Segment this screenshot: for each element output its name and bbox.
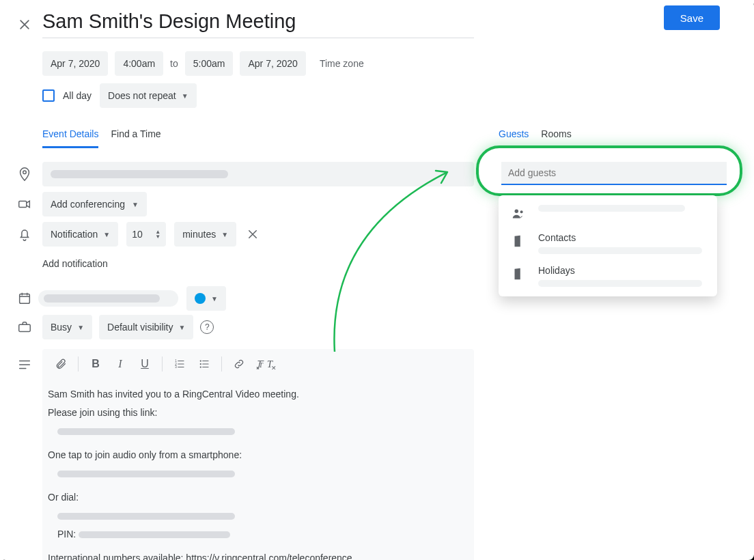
chevron-down-icon: ▼ [77, 324, 84, 331]
close-icon [18, 18, 31, 31]
attach-button[interactable] [49, 353, 72, 375]
svg-rect-3 [19, 324, 31, 331]
link-button[interactable] [227, 353, 251, 375]
svg-text:3: 3 [175, 365, 177, 369]
svg-rect-13 [518, 240, 519, 242]
notification-type-label: Notification [51, 229, 98, 240]
chevron-down-icon: ▼ [179, 324, 186, 331]
busy-label: Busy [51, 322, 72, 333]
availability-row: Busy ▼ Default visibility ▼ ? [42, 315, 214, 339]
event-color-picker[interactable]: ▼ [186, 286, 226, 311]
remove-notification-button[interactable] [245, 226, 261, 242]
close-button[interactable] [16, 16, 33, 33]
allday-row: All day Does not repeat ▼ [42, 83, 197, 108]
notification-unit-dropdown[interactable]: minutes ▼ [174, 222, 236, 247]
event-title-input[interactable] [42, 5, 474, 38]
editor-toolbar: B I U 123 TT✕ [42, 349, 474, 379]
svg-point-7 [200, 360, 201, 361]
calendar-icon [16, 290, 33, 307]
add-guests-input[interactable] [501, 162, 727, 185]
busy-dropdown[interactable]: Busy ▼ [42, 315, 92, 339]
suggestion-placeholder [538, 247, 702, 254]
details-tabs: Event Details Find a Time [42, 128, 161, 148]
desc-line: International numbers available: https:/… [48, 551, 463, 560]
svg-text:T: T [259, 361, 264, 369]
suggestion-item-contacts[interactable]: Contacts [499, 227, 717, 260]
suggestion-placeholder [538, 205, 685, 212]
save-button[interactable]: Save [664, 5, 720, 30]
to-label: to [170, 58, 178, 69]
desc-line: Please join using this link: [48, 406, 463, 420]
location-input[interactable] [42, 162, 474, 186]
repeat-dropdown[interactable]: Does not repeat ▼ [100, 83, 197, 108]
desc-line: One tap to join audio only from a smartp… [48, 448, 463, 462]
calendar-row: ▼ [38, 286, 226, 311]
location-icon [16, 166, 33, 182]
guest-suggestions-dropdown: Contacts Holidays [499, 195, 717, 296]
numbered-list-icon: 123 [173, 358, 186, 370]
people-icon [511, 206, 526, 221]
italic-icon: I [118, 358, 122, 370]
end-time-chip[interactable]: 5:00am [185, 51, 234, 76]
suggestion-item[interactable] [499, 199, 717, 227]
pin-label: PIN: [57, 529, 76, 540]
room-icon [511, 266, 526, 281]
desc-line: Sam Smith has invited you to a RingCentr… [48, 387, 463, 402]
description-icon [16, 356, 33, 373]
chevron-down-icon: ▼ [221, 231, 228, 238]
bulleted-list-button[interactable] [193, 353, 216, 375]
start-time-chip[interactable]: 4:00am [115, 51, 163, 76]
underline-icon: U [141, 358, 149, 370]
visibility-dropdown[interactable]: Default visibility ▼ [99, 315, 193, 339]
calendar-select[interactable] [38, 290, 178, 307]
italic-button[interactable]: I [109, 353, 132, 375]
chevron-down-icon: ▼ [132, 201, 139, 208]
tab-rooms[interactable]: Rooms [541, 128, 571, 148]
notification-amount-stepper[interactable]: 10 ▲▼ [126, 222, 166, 247]
underline-button[interactable]: U [133, 353, 156, 375]
chevron-down-icon: ▼ [211, 295, 218, 303]
notification-unit-label: minutes [182, 229, 216, 240]
paperclip-icon [55, 358, 67, 370]
add-conferencing-dropdown[interactable]: Add conferencing ▼ [42, 192, 147, 216]
numbered-list-button[interactable]: 123 [168, 353, 191, 375]
close-icon [247, 228, 259, 240]
svg-point-9 [200, 366, 201, 367]
visibility-label: Default visibility [107, 322, 173, 333]
suggestion-label: Contacts [538, 232, 705, 243]
redacted-pin [79, 531, 230, 538]
suggestion-label: Holidays [538, 265, 705, 276]
allday-checkbox[interactable] [42, 89, 55, 102]
description-body[interactable]: Sam Smith has invited you to a RingCentr… [42, 379, 474, 560]
suggestion-item-holidays[interactable]: Holidays [499, 260, 717, 292]
repeat-label: Does not repeat [108, 90, 176, 101]
notification-type-dropdown[interactable]: Notification ▼ [42, 222, 118, 247]
svg-rect-2 [20, 294, 30, 304]
tab-guests[interactable]: Guests [499, 128, 529, 148]
bold-button[interactable]: B [84, 353, 107, 375]
suggestion-placeholder [538, 280, 702, 287]
redacted-dial [57, 513, 235, 520]
tab-find-a-time[interactable]: Find a Time [111, 128, 160, 148]
help-icon[interactable]: ? [200, 320, 214, 334]
description-editor[interactable]: B I U 123 TT✕ Sam Smith has invited you … [42, 349, 474, 560]
add-notification-link[interactable]: Add notification [42, 258, 108, 269]
bold-icon: B [92, 358, 100, 370]
briefcase-icon [16, 319, 33, 335]
guests-tabs: Guests Rooms [499, 128, 572, 148]
color-swatch [195, 293, 206, 304]
location-placeholder [51, 170, 228, 178]
svg-rect-14 [518, 273, 519, 275]
timezone-link[interactable]: Time zone [320, 58, 364, 69]
clear-formatting-button[interactable]: TT✕ [252, 353, 275, 375]
svg-rect-1 [19, 201, 27, 207]
allday-label: All day [63, 90, 92, 101]
chevron-down-icon: ▼ [182, 92, 188, 100]
svg-point-8 [200, 363, 201, 365]
chevron-down-icon: ▼ [103, 231, 110, 238]
conferencing-label: Add conferencing [51, 199, 125, 210]
tab-event-details[interactable]: Event Details [42, 128, 98, 148]
start-date-chip[interactable]: Apr 7, 2020 [42, 51, 108, 76]
end-date-chip[interactable]: Apr 7, 2020 [240, 51, 305, 76]
clear-format-icon: T [255, 358, 267, 370]
